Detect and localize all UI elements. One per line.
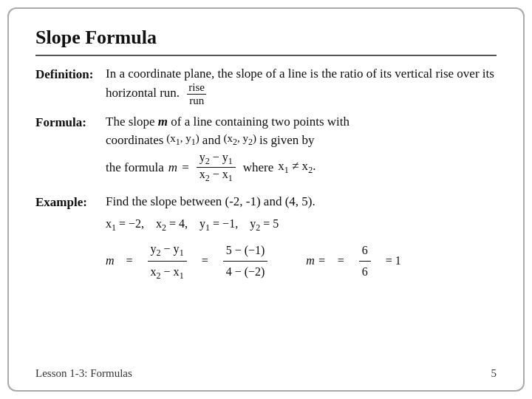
divider xyxy=(35,55,497,56)
formula-frac-num: y2 − y1 xyxy=(197,151,236,168)
example-x2: x2 = 4, xyxy=(156,214,188,236)
example-frac1: y2 − y1 x2 − x1 xyxy=(148,239,187,283)
example-frac3-den: 6 xyxy=(359,262,371,282)
formula-coords1: (x1, y1) xyxy=(166,132,200,148)
footer: Lesson 1-3: Formulas 5 xyxy=(9,367,523,380)
footer-lesson: Lesson 1-3: Formulas xyxy=(35,367,132,380)
formula-text-of: of a line containing two points with xyxy=(168,115,349,129)
formula-m-eq: m xyxy=(168,160,177,175)
example-frac1-den: x2 − x1 xyxy=(148,262,187,284)
formula-where: where xyxy=(243,160,274,175)
formula-m: m xyxy=(158,115,168,129)
example-math: x1 = −2, x2 = 4, y1 = −1, y2 = 5 m = y2 … xyxy=(106,214,497,283)
definition-section: Definition: In a coordinate plane, the s… xyxy=(35,66,497,107)
formula-text-slope: The slope xyxy=(106,115,158,129)
example-eq3: = xyxy=(338,250,344,270)
example-eq1: = xyxy=(126,250,133,270)
formula-equals: = xyxy=(182,160,189,175)
example-frac1-num: y2 − y1 xyxy=(148,239,187,262)
formula-line1: The slope m of a line containing two poi… xyxy=(106,115,497,129)
formula-content: The slope m of a line containing two poi… xyxy=(106,115,497,187)
formula-condition: x1 ≠ x2. xyxy=(278,159,316,176)
example-values-row: x1 = −2, x2 = 4, y1 = −1, y2 = 5 xyxy=(106,214,497,236)
footer-page: 5 xyxy=(491,367,497,380)
example-x1: x1 = −2, xyxy=(106,214,144,236)
example-label: Example: xyxy=(35,194,106,210)
formula-label: Formula: xyxy=(35,115,106,130)
example-section: Example: Find the slope between (-2, -1)… xyxy=(35,194,497,286)
formula-the-formula: the formula xyxy=(106,160,164,175)
fraction-numerator: rise xyxy=(187,81,206,95)
example-y1: y1 = −1, xyxy=(200,214,238,236)
example-eq2: = xyxy=(202,250,208,270)
formula-coords2: (x2, y2) xyxy=(223,132,256,148)
example-m-result-label: m = xyxy=(306,250,325,270)
example-frac2: 5 − (−1) 4 − (−2) xyxy=(223,240,268,281)
example-frac3: 6 6 xyxy=(359,240,371,281)
formula-and: and xyxy=(202,133,221,148)
formula-is-given-by: is given by xyxy=(259,133,315,148)
definition-label: Definition: xyxy=(35,66,106,82)
example-m-eq: m xyxy=(106,250,115,270)
example-calc-row: m = y2 − y1 x2 − x1 = 5 − (−1) 4 − (−2) … xyxy=(106,239,497,283)
formula-expression-line: the formula m = y2 − y1 x2 − x1 where x1… xyxy=(106,151,497,184)
example-frac3-num: 6 xyxy=(359,240,371,261)
formula-coordinates-label: coordinates xyxy=(106,133,163,148)
formula-coordinates-line: coordinates (x1, y1) and (x2, y2) is giv… xyxy=(106,132,497,148)
definition-content: In a coordinate plane, the slope of a li… xyxy=(106,66,497,107)
example-content: Find the slope between (-2, -1) and (4, … xyxy=(106,194,497,286)
example-text: Find the slope between (-2, -1) and (4, … xyxy=(106,194,497,209)
example-frac2-den: 4 − (−2) xyxy=(223,262,268,282)
example-y2: y2 = 5 xyxy=(250,214,279,236)
formula-main-fraction: y2 − y1 x2 − x1 xyxy=(197,151,236,184)
formula-frac-den: x2 − x1 xyxy=(197,168,236,184)
formula-section: Formula: The slope m of a line containin… xyxy=(35,115,497,187)
definition-fraction: rise run xyxy=(187,81,206,107)
definition-text: In a coordinate plane, the slope of a li… xyxy=(106,66,494,100)
slide-title: Slope Formula xyxy=(35,27,497,49)
fraction-denominator: run xyxy=(188,95,205,107)
example-frac2-num: 5 − (−1) xyxy=(223,240,268,261)
slide: Slope Formula Definition: In a coordinat… xyxy=(7,7,525,392)
example-result: = 1 xyxy=(386,250,401,270)
